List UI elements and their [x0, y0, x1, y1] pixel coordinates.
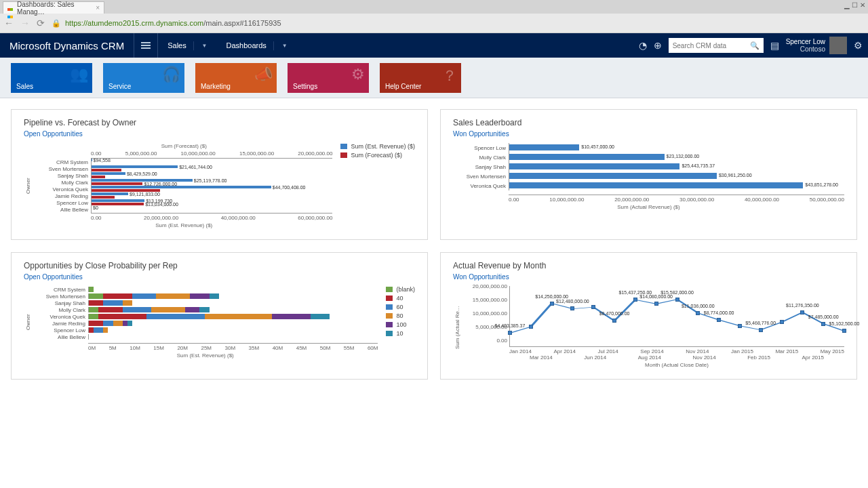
card-revenue: Actual Revenue by Month Won Opportunitie… — [440, 252, 857, 380]
crm-top-nav: Microsoft Dynamics CRM Sales│▼ Dashboard… — [0, 33, 868, 58]
gear-icon: ⚙ — [351, 66, 365, 83]
x-ticks-bottom: 0.0020,000,000.0040,000,000.0060,000,000… — [91, 213, 332, 221]
card-title: Opportunities by Close Probability per R… — [24, 261, 415, 270]
card-title: Actual Revenue by Month — [453, 261, 844, 270]
x-axis-label: Sum (Actual Revenue) ($) — [453, 204, 844, 210]
tile-service[interactable]: Service🎧 — [103, 63, 184, 93]
tile-help[interactable]: Help Center？ — [380, 63, 461, 93]
headset-icon: 🎧 — [162, 66, 180, 83]
chevron-down-icon: ▼ — [202, 43, 208, 49]
x-axis-label: Month (Actual Close Date) — [509, 362, 844, 368]
y-ticks: 20,000,000.0015,000,000.0010,000,000.005… — [462, 283, 507, 344]
url-path: /main.aspx#116175935 — [203, 19, 281, 27]
product-title: Microsoft Dynamics CRM — [0, 40, 134, 52]
search-icon[interactable]: 🔍 — [750, 41, 760, 50]
tab-title: Dashboards: Sales Manag… — [17, 1, 96, 16]
bar-group: Spencer Low$10,457,000.00Molly Clark$23,… — [453, 143, 844, 190]
breadcrumb-dashboards[interactable]: Dashboards│▼ — [217, 41, 297, 49]
x-ticks: 0M5M10M15M20M25M30M35M40M45M50M55M60M — [88, 343, 378, 351]
search-input[interactable] — [673, 42, 750, 49]
card-pipeline: Pipeline vs. Forecast by Owner Open Oppo… — [11, 109, 428, 240]
divider: │ — [272, 41, 277, 49]
tile-marketing[interactable]: Marketing📣 — [195, 63, 277, 93]
bar-group: CRM SystemSven MortensenSanjay ShahMolly… — [33, 286, 378, 340]
line-plot: 20,000,000.0015,000,000.0010,000,000.005… — [509, 286, 844, 347]
favicon — [7, 5, 14, 12]
window-controls[interactable]: ▁ ☐ ✕ — [844, 1, 865, 9]
y-axis-label: Owner — [24, 286, 33, 359]
x-ticks: 0.0010,000,000.0020,000,000.0030,000,000… — [509, 195, 844, 203]
back-button[interactable]: ← — [4, 18, 14, 28]
x-ticks-bottom: Jan 2014Apr 2014Jul 2014Sep 2014Nov 2014… — [509, 347, 844, 354]
reload-button[interactable]: ⟳ — [37, 18, 45, 28]
card-probability: Opportunities by Close Probability per R… — [11, 252, 428, 380]
legend: Sum (Est. Revenue) ($) Sum (Forecast) ($… — [332, 143, 415, 228]
user-name: Spencer Low — [786, 38, 825, 45]
bar-group: CRM System$94,558Sven Mortensen$21,461,7… — [35, 159, 332, 213]
card-link[interactable]: Open Opportunities — [24, 273, 415, 281]
x-ticks-top: Mar 2014Jun 2014Aug 2014Nov 2014Feb 2015… — [509, 354, 844, 361]
recent-icon[interactable]: ◔ — [639, 40, 647, 51]
divider: │ — [192, 41, 197, 49]
card-link[interactable]: Open Opportunities — [24, 130, 415, 138]
people-icon: 👥 — [70, 66, 88, 83]
card-title: Sales Leaderboard — [453, 118, 844, 127]
url-host: https://atumdemo2015.crm.dynamics.com — [65, 19, 203, 27]
x-axis-label: Sum (Est. Revenue) ($) — [33, 352, 378, 359]
tile-settings[interactable]: Settings⚙ — [288, 63, 369, 93]
area-tiles: Sales👥 Service🎧 Marketing📣 Settings⚙ Hel… — [0, 58, 868, 98]
card-title: Pipeline vs. Forecast by Owner — [24, 118, 415, 127]
gear-icon[interactable]: ⚙ — [854, 40, 863, 51]
user-menu[interactable]: Spencer Low Contoso — [786, 37, 847, 54]
lock-icon: 🔒 — [52, 19, 61, 28]
x-axis-label: Sum (Est. Revenue) ($) — [35, 222, 332, 228]
chevron-down-icon: ▼ — [282, 43, 288, 49]
user-org: Contoso — [786, 45, 825, 53]
legend: (blank) 40 60 80 100 10 — [378, 286, 415, 359]
forward-button[interactable]: → — [20, 18, 30, 28]
card-leaderboard: Sales Leaderboard Won Opportunities Spen… — [440, 109, 857, 240]
browser-chrome: ▁ ☐ ✕ Dashboards: Sales Manag… × ← → ⟳ 🔒… — [0, 0, 868, 33]
question-icon: ？ — [442, 66, 457, 86]
avatar — [829, 37, 847, 54]
megaphone-icon: 📣 — [254, 66, 273, 83]
tile-sales[interactable]: Sales👥 — [11, 63, 92, 93]
card-link[interactable]: Won Opportunities — [453, 273, 844, 281]
new-record-icon[interactable]: ⊕ — [654, 40, 662, 51]
y-axis-label: Sum (Actual Re… — [453, 286, 462, 368]
x2-axis-label: Sum (Forecast) ($) — [35, 143, 332, 149]
advanced-find-icon[interactable]: ▤ — [770, 40, 779, 51]
y-axis-label: Owner — [24, 143, 33, 228]
address-bar[interactable]: 🔒 https://atumdemo2015.crm.dynamics.com/… — [52, 19, 296, 28]
browser-tab[interactable]: Dashboards: Sales Manag… × — [3, 1, 104, 14]
x-ticks-top: 0.005,000,000.0010,000,000.0015,000,000.… — [91, 150, 332, 159]
close-tab-icon[interactable]: × — [96, 4, 100, 12]
sitemap-button[interactable] — [134, 33, 158, 58]
card-link[interactable]: Won Opportunities — [453, 130, 844, 138]
breadcrumb-sales[interactable]: Sales│▼ — [158, 41, 216, 49]
global-search[interactable]: 🔍 — [669, 38, 764, 53]
